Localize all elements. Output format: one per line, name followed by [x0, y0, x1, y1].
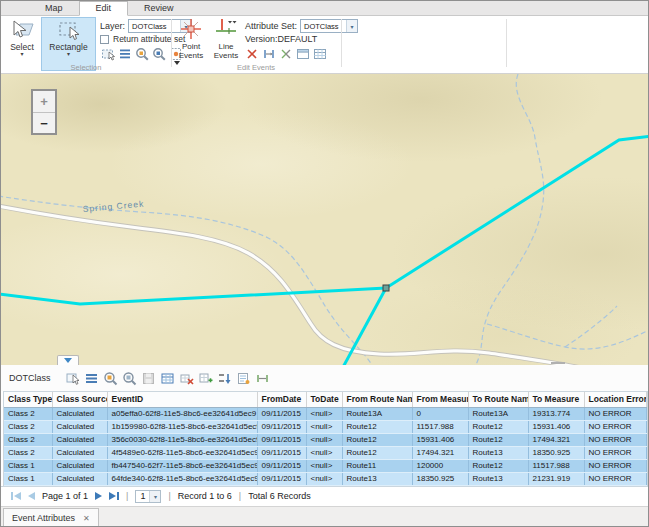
event-attributes-tab[interactable]: Event Attributes ✕	[3, 508, 99, 527]
tab-review[interactable]: Review	[128, 1, 190, 15]
table-cell[interactable]: <null>	[306, 446, 342, 459]
column-header-from-measure[interactable]: From Measure	[412, 392, 468, 407]
table-cell[interactable]: 1b159980-62f8-11e5-8bc6-ee32641d5ec9	[107, 420, 257, 433]
table-cell[interactable]: 09/11/2015	[257, 433, 306, 446]
select-dropdown-caret[interactable]: ▾	[5, 52, 39, 56]
panel-collapse-tab[interactable]	[57, 355, 79, 365]
reassign-route-icon[interactable]	[279, 47, 293, 61]
table-cell[interactable]: 09/11/2015	[257, 407, 306, 420]
table-cell[interactable]: Class 2	[4, 420, 52, 433]
attribute-form-icon[interactable]	[236, 371, 251, 386]
table-cell[interactable]: 09/11/2015	[257, 446, 306, 459]
table-cell[interactable]: 4f5489e0-62f8-11e5-8bc6-ee32641d5ec9	[107, 446, 257, 459]
table-cell[interactable]: Class 1	[4, 472, 52, 485]
table-cell[interactable]: 21231.919	[528, 472, 584, 485]
previous-page-button[interactable]	[28, 492, 35, 500]
table-row[interactable]: Class 2Calculated356c0030-62f8-11e5-8bc6…	[4, 433, 647, 446]
event-grid-icon[interactable]	[313, 47, 327, 61]
table-cell[interactable]: Route12	[342, 433, 412, 446]
tab-map[interactable]: Map	[29, 1, 79, 15]
table-cell[interactable]: 15931.406	[528, 420, 584, 433]
table-cell[interactable]: fb447540-62f7-11e5-8bc6-ee32641d5ec9	[107, 459, 257, 472]
pan-to-selected-icon[interactable]	[152, 47, 166, 61]
column-header-class-source[interactable]: Class Source	[52, 392, 107, 407]
table-cell[interactable]: Route13	[468, 472, 528, 485]
table-cell[interactable]: <null>	[306, 472, 342, 485]
table-cell[interactable]: NO ERROR	[584, 446, 647, 459]
first-page-button[interactable]	[11, 492, 21, 500]
table-cell[interactable]: Calculated	[52, 446, 107, 459]
table-cell[interactable]: Route13A	[342, 407, 412, 420]
table-cell[interactable]: <null>	[306, 420, 342, 433]
table-cell[interactable]: Route13	[468, 446, 528, 459]
page-select-arrow-icon[interactable]: ▾	[149, 491, 160, 502]
split-event-icon[interactable]	[245, 47, 259, 61]
attribute-set-dropdown[interactable]: DOTClass ▾	[300, 19, 358, 33]
column-header-todate[interactable]: ToDate	[306, 392, 342, 407]
selected-route-event-northeast[interactable]	[386, 136, 648, 288]
select-by-rectangle-icon[interactable]	[101, 47, 115, 61]
table-cell[interactable]: 18350.925	[528, 446, 584, 459]
table-cell[interactable]: 11517.988	[528, 459, 584, 472]
column-header-from-route-name[interactable]: From Route Name	[342, 392, 412, 407]
table-cell[interactable]: 356c0030-62f8-11e5-8bc6-ee32641d5ec9	[107, 433, 257, 446]
table-cell[interactable]: Calculated	[52, 420, 107, 433]
zoom-in-button[interactable]: +	[33, 91, 55, 112]
add-record-icon[interactable]	[198, 371, 213, 386]
rectangle-dropdown-caret[interactable]: ▾	[42, 52, 95, 56]
table-cell[interactable]: Route12	[468, 459, 528, 472]
table-cell[interactable]: 09/11/2015	[257, 472, 306, 485]
table-cell[interactable]: 09/11/2015	[257, 420, 306, 433]
table-cell[interactable]: Calculated	[52, 433, 107, 446]
table-cell[interactable]: 120000	[412, 459, 468, 472]
page-select[interactable]: 1 ▾	[135, 490, 161, 503]
column-header-to-route-name[interactable]: To Route Name	[468, 392, 528, 407]
column-header-to-measure[interactable]: To Measure	[528, 392, 584, 407]
table-cell[interactable]: NO ERROR	[584, 407, 647, 420]
table-row[interactable]: Class 2Calculated1b159980-62f8-11e5-8bc6…	[4, 420, 647, 433]
last-page-button[interactable]	[109, 492, 119, 500]
attribute-window-icon[interactable]	[296, 47, 310, 61]
select-region-icon[interactable]	[65, 371, 80, 386]
table-row[interactable]: Class 1Calculated64fde340-62f8-11e5-8bc6…	[4, 472, 647, 485]
table-row[interactable]: Class 2Calculated4f5489e0-62f8-11e5-8bc6…	[4, 446, 647, 459]
map-canvas[interactable]: Spring Creek + −	[1, 74, 648, 365]
table-cell[interactable]: NO ERROR	[584, 433, 647, 446]
table-row[interactable]: Class 2Calculateda05effa0-62f8-11e5-8bc6…	[4, 407, 647, 420]
column-header-fromdate[interactable]: FromDate	[257, 392, 306, 407]
table-cell[interactable]: 11517.988	[412, 420, 468, 433]
table-cell[interactable]: Route13	[342, 472, 412, 485]
table-cell[interactable]: NO ERROR	[584, 420, 647, 433]
table-cell[interactable]: Class 2	[4, 446, 52, 459]
table-cell[interactable]: 17494.321	[528, 433, 584, 446]
measure-icon[interactable]	[255, 371, 270, 386]
clear-selection-grid-icon[interactable]	[179, 371, 194, 386]
table-cell[interactable]: Calculated	[52, 459, 107, 472]
table-cell[interactable]: 15931.406	[412, 433, 468, 446]
table-cell[interactable]: Calculated	[52, 472, 107, 485]
column-header-location-error[interactable]: Location Error	[584, 392, 647, 407]
table-cell[interactable]: Class 2	[4, 433, 52, 446]
zoom-out-button[interactable]: −	[33, 112, 55, 133]
zoom-to-selection-icon[interactable]	[103, 371, 118, 386]
attribute-set-dropdown-arrow-icon[interactable]: ▾	[346, 20, 357, 32]
table-cell[interactable]: NO ERROR	[584, 472, 647, 485]
table-cell[interactable]: Route12	[468, 433, 528, 446]
options-menu-icon[interactable]	[84, 371, 99, 386]
table-cell[interactable]: Route12	[342, 420, 412, 433]
table-cell[interactable]: Route12	[342, 446, 412, 459]
table-row[interactable]: Class 1Calculatedfb447540-62f7-11e5-8bc6…	[4, 459, 647, 472]
sort-icon[interactable]	[217, 371, 232, 386]
pan-to-selection-icon[interactable]	[122, 371, 137, 386]
table-cell[interactable]: <null>	[306, 433, 342, 446]
selected-route-event-west[interactable]	[1, 288, 386, 304]
table-cell[interactable]: a05effa0-62f8-11e5-8bc6-ee32641d5ec9	[107, 407, 257, 420]
save-icon[interactable]	[141, 371, 156, 386]
table-cell[interactable]: Route12	[468, 420, 528, 433]
table-cell[interactable]: 64fde340-62f8-11e5-8bc6-ee32641d5ec9	[107, 472, 257, 485]
table-cell[interactable]: 19313.774	[528, 407, 584, 420]
table-cell[interactable]: <null>	[306, 459, 342, 472]
table-cell[interactable]: <null>	[306, 407, 342, 420]
table-cell[interactable]: 0	[412, 407, 468, 420]
table-cell[interactable]: 17494.321	[412, 446, 468, 459]
